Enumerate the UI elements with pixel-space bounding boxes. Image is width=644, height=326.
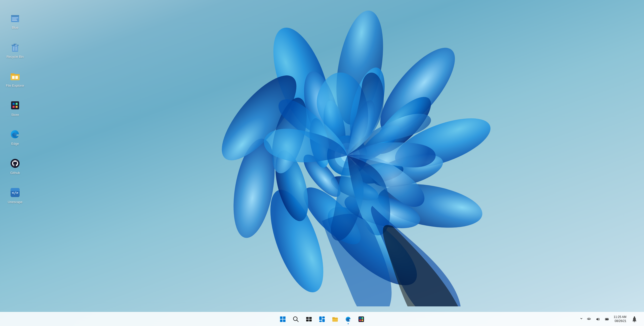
- notification-button[interactable]: [629, 314, 640, 325]
- desktop-icon-unescape[interactable]: </> Unescape: [4, 184, 26, 206]
- desktop: Blue Recycle Bin: [0, 0, 644, 326]
- task-view-button[interactable]: [303, 314, 314, 325]
- widgets-button[interactable]: [316, 314, 328, 325]
- svg-rect-73: [359, 319, 361, 321]
- svg-rect-53: [280, 316, 283, 319]
- recycle-bin-label: Recycle Bin: [7, 55, 24, 59]
- system-tray-battery[interactable]: [603, 316, 611, 322]
- svg-point-79: [634, 316, 635, 317]
- svg-rect-45: [16, 103, 18, 105]
- tray-expand-button[interactable]: [579, 316, 584, 322]
- desktop-icon-store[interactable]: Store: [4, 97, 26, 119]
- taskbar: 11:25 AM 08/26/21: [0, 312, 644, 326]
- svg-rect-71: [359, 317, 361, 319]
- github-icon: [9, 157, 21, 169]
- desktop-icon-recycle-bin[interactable]: Recycle Bin: [4, 39, 26, 61]
- svg-rect-40: [11, 74, 20, 75]
- svg-rect-59: [306, 317, 309, 319]
- svg-line-58: [297, 320, 298, 322]
- wallpaper-flower: [50, 0, 644, 326]
- unescape-label: Unescape: [8, 200, 23, 204]
- svg-rect-28: [11, 15, 19, 17]
- svg-rect-70: [358, 316, 364, 322]
- explorer-taskbar-button[interactable]: [330, 314, 341, 325]
- svg-point-48: [11, 159, 20, 168]
- svg-rect-78: [606, 318, 608, 320]
- svg-rect-41: [12, 76, 15, 79]
- svg-rect-42: [15, 76, 18, 79]
- file-explorer-label: File Explorer: [6, 84, 24, 88]
- system-tray-volume[interactable]: [594, 316, 602, 322]
- svg-rect-56: [283, 319, 286, 322]
- svg-rect-63: [319, 316, 322, 320]
- start-button[interactable]: [277, 314, 288, 325]
- edge-taskbar-button[interactable]: [343, 314, 354, 325]
- github-label: Github: [10, 171, 20, 175]
- recycle-bin-icon: [9, 41, 21, 53]
- svg-rect-60: [309, 317, 312, 319]
- svg-rect-46: [13, 106, 15, 108]
- svg-rect-29: [12, 18, 18, 18]
- store-label: Store: [11, 113, 19, 117]
- svg-rect-44: [13, 103, 15, 105]
- blue-icon: [9, 12, 21, 24]
- svg-line-37: [17, 46, 17, 51]
- date-display: 08/26/21: [615, 319, 626, 323]
- taskbar-center: [277, 314, 367, 325]
- desktop-icon-blue[interactable]: Blue: [4, 10, 26, 32]
- svg-rect-47: [16, 106, 18, 108]
- svg-rect-69: [332, 318, 338, 318]
- desktop-icons-container: Blue Recycle Bin: [0, 5, 30, 206]
- taskbar-right: 11:25 AM 08/26/21: [579, 314, 640, 325]
- edge-label: Edge: [11, 142, 19, 146]
- desktop-icon-edge[interactable]: Edge: [4, 126, 26, 148]
- svg-rect-66: [322, 319, 325, 322]
- svg-rect-55: [280, 319, 283, 322]
- svg-rect-30: [12, 19, 17, 19]
- svg-rect-72: [361, 317, 363, 319]
- system-tray-network[interactable]: [585, 316, 593, 322]
- time-display: 11:25 AM: [614, 315, 626, 319]
- desktop-icon-file-explorer[interactable]: File Explorer: [4, 68, 26, 90]
- store-taskbar-button[interactable]: [356, 314, 367, 325]
- svg-rect-64: [322, 316, 325, 318]
- unescape-icon: </>: [9, 187, 21, 199]
- svg-rect-77: [608, 319, 609, 319]
- datetime-display[interactable]: 11:25 AM 08/26/21: [612, 314, 628, 324]
- edge-icon: [9, 128, 21, 140]
- file-explorer-icon: [9, 70, 21, 82]
- svg-rect-54: [283, 316, 286, 319]
- desktop-icon-github[interactable]: Github: [4, 155, 26, 177]
- svg-rect-61: [306, 319, 309, 321]
- svg-rect-43: [11, 101, 19, 109]
- svg-line-35: [13, 46, 14, 51]
- search-button[interactable]: [290, 314, 301, 325]
- svg-rect-74: [361, 319, 363, 321]
- svg-rect-31: [12, 20, 17, 21]
- store-icon: [9, 99, 21, 111]
- svg-text:</>: </>: [12, 191, 18, 195]
- svg-rect-65: [319, 320, 322, 322]
- blue-icon-label: Blue: [12, 26, 18, 30]
- svg-rect-62: [309, 319, 312, 321]
